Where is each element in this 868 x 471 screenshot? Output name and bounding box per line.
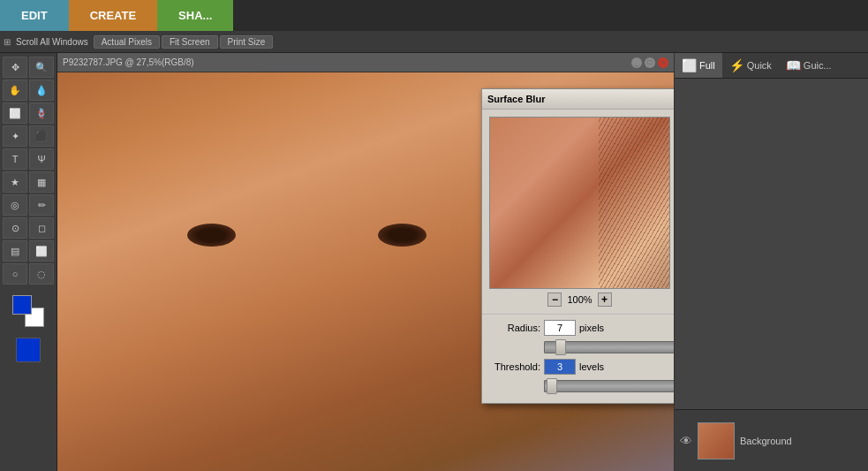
preview-area: − 100% + [489,117,670,307]
toolbox: ✥ 🔍 ✋ 💧 ⬜ 🪢 ✦ ⬛ T Ψ ★ ▦ ◎ ✏ ⊙ ◻ [0,53,57,471]
surface-blur-dialog: Surface Blur × − 100% + OK Cancel [481,88,674,404]
layer-visibility-icon[interactable]: 👁 [680,434,692,448]
tab-create[interactable]: CREATE [69,0,157,31]
threshold-label: Threshold: [489,361,540,372]
type-tool[interactable]: T [3,148,27,170]
fit-screen-button[interactable]: Fit Screen [162,35,218,49]
tab-quick[interactable]: ⚡ Quick [722,53,779,78]
tab-share[interactable]: SHA... [157,0,233,31]
marquee-tool[interactable]: ⬜ [3,103,27,124]
threshold-unit: levels [579,361,606,372]
layer-thumbnail [698,422,735,460]
tab-share-label: SHA... [178,9,212,22]
panel-tool[interactable]: ▦ [29,171,54,193]
tab-full[interactable]: ⬜ Full [675,53,722,78]
threshold-slider-row [489,380,674,392]
zoom-level: 100% [567,294,592,305]
toolbar2: ⊞ Scroll All Windows Actual Pixels Fit S… [0,31,868,53]
layer-name: Background [740,436,792,446]
threshold-row: Threshold: levels [489,359,674,375]
crop-tool[interactable]: ⬛ [29,125,54,147]
swatch-pair[interactable] [12,295,44,327]
radius-input[interactable] [544,320,576,336]
actual-pixels-button[interactable]: Actual Pixels [94,35,160,49]
paint-bucket-tool[interactable]: ⬜ [29,240,54,262]
hand-tool[interactable]: ✋ [3,80,27,101]
scroll-windows-label: Scroll All Windows [16,37,88,47]
tab-guide[interactable]: 📖 Guic... [779,53,839,78]
brush-tool[interactable]: ✏ [29,194,54,216]
tab-edit-label: EDIT [21,9,48,22]
right-panel: ⬜ Full ⚡ Quick 📖 Guic... 👁 Background [674,53,868,471]
radius-slider[interactable] [544,341,674,353]
full-icon: ⬜ [682,58,697,72]
tab-create-label: CREATE [90,9,136,22]
radius-unit: pixels [579,323,606,333]
eraser-tool[interactable]: ◻ [29,217,54,239]
text-tool2[interactable]: Ψ [29,148,54,170]
maximize-button[interactable]: □ [645,57,655,68]
foreground-color-btn[interactable] [16,338,41,362]
layers-panel: 👁 Background [675,409,868,471]
dialog-title: Surface Blur [487,94,545,104]
threshold-input[interactable] [544,359,576,375]
tab-guide-label: Guic... [804,60,832,71]
window-controls: _ □ × [631,57,668,68]
radius-slider-row [489,341,674,353]
view-tabs: ⬜ Full ⚡ Quick 📖 Guic... [675,53,868,79]
minimize-button[interactable]: _ [631,57,642,68]
zoom-out-button[interactable]: − [547,292,562,307]
canvas-area: P9232787.JPG @ 27,5%(RGB/8) _ □ × [57,53,674,471]
clone-tool[interactable]: ⊙ [3,217,27,239]
scroll-windows-icon: ⊞ [4,37,11,47]
foreground-swatch[interactable] [12,295,32,315]
close-button[interactable]: × [658,57,668,68]
zoom-in-button[interactable]: + [598,292,612,307]
healing-tool[interactable]: ◎ [3,194,27,216]
preview-image [489,117,670,289]
quick-icon: ⚡ [729,58,744,72]
top-bar: EDIT CREATE SHA... [0,0,868,31]
print-size-button[interactable]: Print Size [220,35,274,49]
eyedropper-tool[interactable]: 💧 [29,80,54,101]
radius-row: Radius: pixels [489,320,674,336]
threshold-slider[interactable] [544,380,674,392]
window-titlebar: P9232787.JPG @ 27,5%(RGB/8) _ □ × [57,53,674,72]
tab-full-label: Full [699,60,715,71]
tab-quick-label: Quick [747,60,772,71]
magic-wand-tool[interactable]: ✦ [3,125,27,147]
lasso-tool[interactable]: 🪢 [29,103,54,124]
radius-label: Radius: [489,323,540,333]
window-title: P9232787.JPG @ 27,5%(RGB/8) [63,57,194,67]
zoom-tool[interactable]: 🔍 [29,57,54,78]
dodge-tool[interactable]: ○ [3,263,27,285]
main-area: ✥ 🔍 ✋ 💧 ⬜ 🪢 ✦ ⬛ T Ψ ★ ▦ ◎ ✏ ⊙ ◻ [0,53,868,471]
color-swatches [2,290,55,332]
guide-icon: 📖 [786,58,801,72]
preview-controls: − 100% + [547,292,611,307]
gradient-tool[interactable]: ▤ [3,240,27,262]
blur-tool[interactable]: ◌ [29,263,54,285]
dialog-sliders: Radius: pixels Threshold: levels [482,314,674,403]
shape-tool[interactable]: ★ [3,171,27,193]
dialog-body: − 100% + OK Cancel Preview [482,110,674,314]
move-tool[interactable]: ✥ [3,57,27,78]
dialog-titlebar: Surface Blur × [482,89,674,110]
tab-edit[interactable]: EDIT [0,0,69,31]
